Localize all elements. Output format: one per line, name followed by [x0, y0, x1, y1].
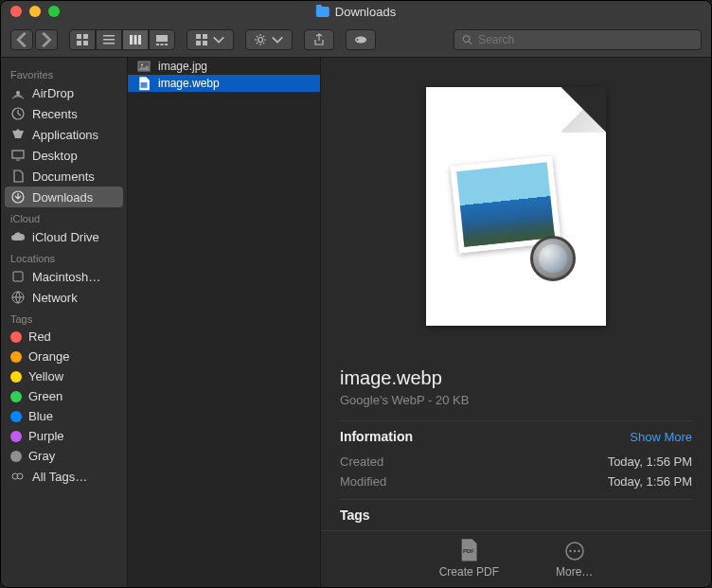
svg-rect-12	[161, 44, 164, 45]
sidebar-item-label: Network	[32, 291, 78, 305]
sidebar-item-label: Downloads	[32, 190, 93, 205]
pdf-icon: PDF	[458, 541, 479, 561]
svg-rect-32	[141, 82, 148, 88]
sidebar-item-label: All Tags…	[32, 470, 87, 484]
tag-dot-icon	[10, 451, 22, 462]
tag-dot-icon	[10, 351, 22, 363]
forward-button[interactable]	[35, 29, 58, 50]
documents-icon	[10, 169, 26, 184]
svg-point-21	[463, 35, 470, 42]
sidebar-item-label: Desktop	[32, 149, 78, 163]
close-button[interactable]	[10, 6, 22, 17]
desktop-icon	[10, 148, 26, 163]
gallery-view-button[interactable]	[149, 29, 175, 50]
preview-filename: image.webp	[340, 367, 692, 389]
file-item[interactable]: image.jpg	[128, 58, 320, 75]
finder-window: Downloads Favorites AirDrop Recents Appl…	[0, 0, 712, 588]
sidebar-tag-blue[interactable]: Blue	[1, 406, 127, 426]
svg-rect-7	[130, 35, 133, 45]
file-name: image.jpg	[158, 60, 207, 73]
sidebar-item-label: AirDrop	[32, 86, 74, 100]
network-icon	[10, 290, 26, 305]
downloads-icon	[10, 189, 26, 205]
sidebar-tag-gray[interactable]: Gray	[1, 446, 127, 466]
sidebar-item-network[interactable]: Network	[1, 287, 127, 308]
document-preview-icon	[426, 87, 606, 326]
back-button[interactable]	[10, 29, 33, 50]
svg-rect-0	[77, 34, 81, 39]
tag-dot-icon	[10, 331, 22, 343]
file-metadata: image.webp Google's WebP - 20 KB Informa…	[321, 354, 711, 530]
group-button[interactable]	[187, 29, 234, 50]
sidebar-tag-green[interactable]: Green	[1, 386, 127, 406]
info-row: Modified Today, 1:56 PM	[340, 472, 692, 491]
jpg-icon	[137, 60, 151, 73]
sidebar-tag-yellow[interactable]: Yellow	[1, 366, 127, 386]
search-input[interactable]	[478, 33, 693, 46]
tags-button[interactable]	[346, 29, 376, 50]
info-value: Today, 1:56 PM	[608, 454, 692, 469]
svg-rect-11	[156, 44, 159, 45]
svg-rect-5	[103, 39, 115, 41]
search-field[interactable]	[454, 29, 702, 50]
create-pdf-button[interactable]: PDF Create PDF	[439, 541, 499, 579]
svg-rect-6	[103, 43, 115, 45]
preview-thumbnail	[321, 58, 711, 354]
action-button[interactable]	[245, 29, 293, 50]
recents-icon	[10, 106, 26, 121]
action-label: Create PDF	[439, 565, 499, 579]
info-row: Created Today, 1:56 PM	[340, 452, 692, 472]
window-title-text: Downloads	[335, 5, 396, 19]
minimize-button[interactable]	[29, 6, 41, 17]
maximize-button[interactable]	[48, 6, 60, 17]
svg-rect-3	[83, 41, 88, 45]
tag-dot-icon	[10, 371, 22, 383]
sidebar-item-label: Yellow	[28, 369, 63, 383]
icon-view-button[interactable]	[69, 29, 96, 50]
sidebar-item-desktop[interactable]: Desktop	[1, 145, 127, 166]
more-icon	[564, 541, 585, 561]
section-tags: Tags	[1, 308, 127, 327]
webp-icon	[137, 77, 151, 90]
info-section-title: Information	[340, 429, 413, 444]
sidebar-item-label: Orange	[28, 349, 69, 364]
sidebar-item-icloud[interactable]: iCloud Drive	[1, 226, 127, 247]
more-button[interactable]: More…	[556, 541, 593, 579]
sidebar-item-applications[interactable]: Applications	[1, 124, 127, 145]
svg-rect-1	[83, 34, 88, 39]
file-list: image.jpg image.webp	[128, 58, 321, 587]
sidebar-all-tags[interactable]: All Tags…	[1, 466, 127, 487]
svg-point-18	[258, 37, 263, 42]
applications-icon	[10, 127, 26, 142]
list-view-button[interactable]	[96, 29, 122, 50]
titlebar: Downloads	[1, 1, 711, 22]
file-item[interactable]: image.webp	[128, 75, 320, 92]
sidebar-item-label: Red	[28, 330, 51, 344]
alltags-icon	[10, 469, 26, 484]
sidebar-item-airdrop[interactable]: AirDrop	[1, 82, 127, 103]
sidebar-tag-purple[interactable]: Purple	[1, 426, 127, 446]
view-mode-group	[69, 29, 175, 50]
preview-pane: image.webp Google's WebP - 20 KB Informa…	[321, 58, 711, 587]
svg-point-31	[141, 64, 143, 66]
svg-rect-15	[203, 34, 207, 39]
tag-dot-icon	[10, 411, 22, 422]
sidebar-item-macintosh[interactable]: Macintosh…	[1, 266, 127, 287]
sidebar-item-documents[interactable]: Documents	[1, 166, 127, 187]
show-more-button[interactable]: Show More	[630, 430, 692, 444]
sidebar-tag-orange[interactable]: Orange	[1, 347, 127, 366]
sidebar-item-label: Blue	[28, 409, 53, 423]
svg-rect-10	[156, 35, 168, 42]
sidebar-item-label: Gray	[28, 449, 55, 463]
svg-point-35	[569, 549, 571, 551]
column-view-button[interactable]	[122, 29, 149, 50]
section-icloud: iCloud	[1, 207, 127, 226]
share-button[interactable]	[304, 29, 334, 50]
section-locations: Locations	[1, 247, 127, 266]
sidebar: Favorites AirDrop Recents Applications D…	[1, 58, 128, 587]
sidebar-tag-red[interactable]: Red	[1, 327, 127, 347]
sidebar-item-label: Applications	[32, 128, 98, 142]
sidebar-item-downloads[interactable]: Downloads	[5, 187, 123, 207]
sidebar-item-recents[interactable]: Recents	[1, 103, 127, 124]
svg-rect-8	[134, 35, 137, 45]
